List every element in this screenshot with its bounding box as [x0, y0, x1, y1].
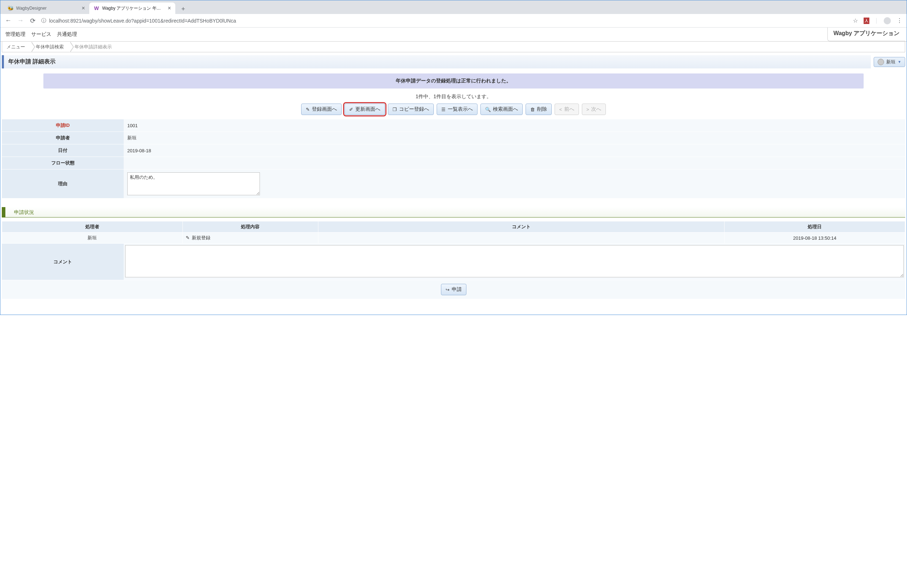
tab-favicon-icon: 🐝: [8, 5, 13, 11]
col-date: 処理日: [724, 221, 905, 233]
comment-row: コメント: [2, 244, 905, 280]
next-button[interactable]: >次へ: [582, 104, 606, 115]
label-id: 申請ID: [2, 119, 124, 132]
browser-tab-wagby-app[interactable]: W Wagby アプリケーション 年休申請詳 ×: [89, 3, 175, 14]
caret-down-icon: ▼: [898, 60, 901, 64]
user-menu[interactable]: 新垣 ▼: [874, 57, 905, 67]
prev-button[interactable]: <前へ: [554, 104, 579, 115]
url-host: localhost: [49, 18, 69, 24]
submit-button[interactable]: ↪申請: [441, 284, 466, 295]
separator: │: [875, 18, 878, 23]
delete-button[interactable]: 🗑削除: [526, 104, 552, 115]
site-info-icon[interactable]: ⓘ: [41, 18, 46, 24]
cell-comment: [318, 233, 724, 244]
chevron-right-icon: >: [587, 107, 590, 112]
tab-close-icon[interactable]: ×: [168, 5, 171, 11]
search-button[interactable]: 🔍検索画面へ: [481, 104, 523, 115]
cell-action-text: 新規登録: [192, 235, 210, 240]
tab-title: Wagby アプリケーション 年休申請詳: [102, 5, 165, 11]
breadcrumb-detail: 年休申請詳細表示: [70, 42, 118, 52]
menubar-item-service[interactable]: サービス: [28, 30, 54, 39]
pdf-extension-icon[interactable]: 人: [864, 18, 869, 24]
col-comment: コメント: [318, 221, 724, 233]
value-applicant: 新垣: [124, 132, 905, 144]
label-flow: フロー状態: [2, 157, 124, 169]
menubar-item-common[interactable]: 共通処理: [54, 30, 80, 39]
browser-tab-wagbydesigner[interactable]: 🐝 WagbyDesigner ×: [3, 3, 89, 14]
cell-date: 2019-08-18 13:50:14: [724, 233, 905, 244]
user-avatar-icon: [878, 59, 884, 65]
tab-favicon-icon: W: [94, 5, 99, 11]
url-text: localhost:8921/wagby/showLeave.do?appid=…: [49, 18, 236, 24]
nav-forward-button[interactable]: →: [17, 17, 24, 24]
pencil-icon: ✎: [306, 107, 310, 112]
btn-label: 登録画面へ: [312, 106, 337, 112]
btn-label: 一覧表示へ: [448, 106, 473, 112]
label-reason: 理由: [2, 169, 124, 198]
status-table: 処理者 処理内容 コメント 処理日 新垣 ✎新規登録 2019-08-18 13…: [2, 221, 905, 244]
action-bar: ✎登録画面へ ✐更新画面へ ❐コピー登録へ ☰一覧表示へ 🔍検索画面へ 🗑削除 …: [0, 104, 907, 119]
label-applicant: 申請者: [2, 132, 124, 144]
cell-user: 新垣: [2, 233, 183, 244]
value-id: 1001: [124, 119, 905, 132]
breadcrumb-menu[interactable]: メニュー: [2, 42, 32, 52]
tab-close-icon[interactable]: ×: [82, 5, 85, 11]
btn-label: 申請: [452, 286, 462, 293]
nav-back-button[interactable]: ←: [5, 17, 12, 24]
btn-label: 次へ: [591, 106, 601, 112]
comment-label: コメント: [2, 244, 124, 280]
update-button[interactable]: ✐更新画面へ: [345, 104, 385, 115]
nav-reload-button[interactable]: ⟳: [29, 17, 36, 25]
record-info: 1件中、1件目を表示しています。: [0, 92, 907, 104]
btn-label: 更新画面へ: [355, 106, 380, 112]
btn-label: 検索画面へ: [493, 106, 518, 112]
btn-label: 削除: [537, 106, 547, 112]
btn-label: 前へ: [564, 106, 574, 112]
app-menubar: 管理処理 サービス 共通処理: [0, 27, 82, 41]
trash-icon: 🗑: [530, 107, 535, 112]
col-user: 処理者: [2, 221, 183, 233]
user-name: 新垣: [886, 59, 896, 65]
table-row: 新垣 ✎新規登録 2019-08-18 13:50:14: [2, 233, 905, 244]
new-tab-button[interactable]: +: [178, 4, 188, 14]
comment-textarea[interactable]: [125, 245, 904, 277]
copy-icon: ❐: [393, 107, 397, 112]
register-button[interactable]: ✎登録画面へ: [301, 104, 341, 115]
browser-menu-icon[interactable]: ⋮: [897, 17, 902, 24]
list-icon: ☰: [441, 107, 445, 112]
col-action: 処理内容: [183, 221, 318, 233]
url-path: :8921/wagby/showLeave.do?appid=1001&redi…: [69, 18, 236, 24]
label-date: 日付: [2, 144, 124, 157]
reason-textbox: 私用のため。: [127, 173, 260, 195]
share-icon: ↪: [445, 287, 450, 292]
tab-title: WagbyDesigner: [16, 6, 79, 11]
pencil-icon: ✎: [186, 235, 190, 240]
page-title: 年休申請 詳細表示: [2, 55, 871, 69]
cell-action: ✎新規登録: [183, 233, 318, 244]
chevron-left-icon: <: [559, 107, 562, 112]
success-message: 年休申請データの登録処理は正常に行われました。: [43, 74, 864, 88]
profile-avatar-icon[interactable]: [884, 17, 891, 24]
value-date: 2019-08-18: [124, 144, 905, 157]
btn-label: コピー登録へ: [399, 106, 429, 112]
app-title: Wagby アプリケーション: [827, 27, 905, 41]
detail-table: 申請ID 1001 申請者 新垣 日付 2019-08-18 フロー状態 理由 …: [2, 119, 905, 198]
list-button[interactable]: ☰一覧表示へ: [437, 104, 478, 115]
breadcrumb: メニュー 年休申請検索 年休申請詳細表示: [2, 42, 905, 52]
menubar-item-admin[interactable]: 管理処理: [3, 30, 28, 39]
url-box[interactable]: ⓘ localhost:8921/wagby/showLeave.do?appi…: [41, 18, 848, 24]
bookmark-star-icon[interactable]: ☆: [853, 17, 858, 24]
breadcrumb-search[interactable]: 年休申請検索: [32, 42, 70, 52]
edit-icon: ✐: [349, 107, 353, 112]
copy-register-button[interactable]: ❐コピー登録へ: [388, 104, 434, 115]
value-reason-cell: 私用のため。: [124, 169, 905, 198]
value-flow: [124, 157, 905, 169]
browser-address-bar: ← → ⟳ ⓘ localhost:8921/wagby/showLeave.d…: [0, 14, 907, 27]
browser-tab-strip: 🐝 WagbyDesigner × W Wagby アプリケーション 年休申請詳…: [0, 0, 907, 14]
section-status-header: 申請状況: [2, 207, 905, 217]
search-icon: 🔍: [485, 107, 491, 112]
